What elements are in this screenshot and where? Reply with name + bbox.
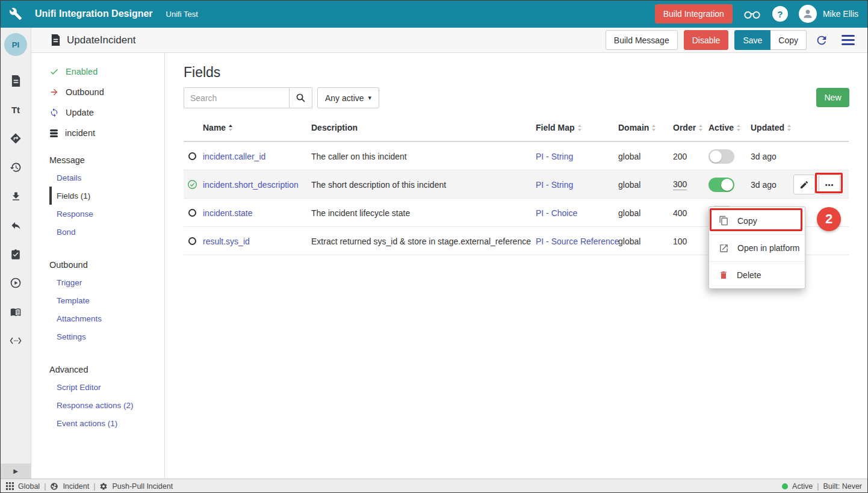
history-icon[interactable] [10, 161, 22, 173]
sidebar-item-event-actions[interactable]: Event actions (1) [49, 414, 164, 432]
field-description: Extract returned sys_id & store in stage… [311, 227, 531, 255]
integration-label[interactable]: Push-Pull Incident [112, 482, 173, 491]
document-icon[interactable] [10, 75, 22, 87]
sidebar-item-outbound[interactable]: Outbound [49, 82, 164, 102]
build-integration-button[interactable]: Build Integration [655, 4, 733, 23]
new-button[interactable]: New [816, 88, 849, 107]
field-map-link[interactable]: PI - Choice [536, 199, 577, 227]
annotation-step-badge: 2 [817, 207, 841, 231]
sort-icon [698, 124, 703, 132]
field-domain: global [618, 170, 640, 199]
build-message-button[interactable]: Build Message [606, 30, 678, 50]
column-header-active[interactable]: Active [708, 123, 741, 132]
sidebar-item-enabled[interactable]: Enabled [49, 61, 164, 82]
sidebar-item-bond[interactable]: Bond [49, 223, 164, 241]
sidebar-item-script-editor[interactable]: Script Editor [49, 378, 164, 396]
integration-avatar[interactable]: PI [4, 33, 27, 56]
field-map-link[interactable]: PI - String [536, 170, 573, 199]
gear-icon [99, 482, 108, 491]
sidebar-collapse-button[interactable]: ▶ [0, 464, 31, 479]
sidebar-item-attachments[interactable]: Attachments [49, 309, 164, 327]
column-header-name[interactable]: Name [203, 123, 233, 132]
status-circle-icon [188, 152, 196, 160]
application-label[interactable]: Incident [63, 482, 89, 491]
status-bar: Global | Incident | Push-Pull Incident A… [0, 479, 868, 493]
table-header: Name Description Field Map Domain Order … [184, 118, 849, 142]
page-title: UpdateIncident [67, 34, 135, 46]
reply-icon[interactable] [10, 219, 22, 231]
database-icon [49, 129, 58, 138]
field-name-link[interactable]: incident.caller_id [203, 142, 265, 170]
user-name[interactable]: Mike Ellis [823, 9, 858, 19]
task-check-icon[interactable] [10, 248, 22, 260]
pencil-icon [799, 180, 809, 190]
book-icon[interactable] [10, 306, 22, 318]
context-menu-copy[interactable]: Copy [709, 207, 805, 234]
sidebar-item-response-actions[interactable]: Response actions (2) [49, 396, 164, 414]
search-button[interactable] [290, 87, 312, 108]
sidebar-item-settings[interactable]: Settings [49, 327, 164, 346]
active-toggle[interactable] [708, 149, 734, 164]
active-status-label: Active [792, 482, 813, 491]
row-more-button[interactable]: ••• [819, 175, 840, 194]
application-icon [50, 482, 58, 491]
field-order-editable[interactable]: 300 [673, 179, 687, 190]
menu-icon[interactable] [842, 35, 855, 45]
active-filter-dropdown[interactable]: Any active ▾ [317, 87, 379, 108]
environment-label[interactable]: Unifi Test [166, 10, 198, 19]
sidebar-item-trigger[interactable]: Trigger [49, 273, 164, 291]
edit-row-button[interactable] [793, 175, 815, 194]
status-circle-icon [188, 209, 196, 217]
play-circle-icon[interactable] [10, 277, 22, 289]
sidebar-item-template[interactable]: Template [49, 291, 164, 309]
column-header-description[interactable]: Description [311, 123, 358, 132]
sort-asc-icon [228, 124, 233, 132]
refresh-icon[interactable] [813, 31, 831, 49]
section-title-message: Message [49, 148, 164, 169]
sidebar-item-response[interactable]: Response [49, 205, 164, 223]
help-icon[interactable]: ? [772, 6, 788, 22]
context-menu-open-in-platform[interactable]: Open in platform [709, 234, 805, 261]
field-domain: global [618, 142, 640, 170]
copy-button[interactable]: Copy [770, 30, 807, 50]
field-map-link[interactable]: PI - String [536, 142, 573, 170]
download-icon[interactable] [10, 190, 22, 202]
arrow-right-icon [49, 87, 59, 97]
column-header-domain[interactable]: Domain [618, 123, 656, 132]
app-title: Unifi Integration Designer [35, 8, 153, 19]
preview-glasses-icon[interactable] [743, 8, 761, 20]
sidebar-item-update[interactable]: Update [49, 102, 164, 123]
user-avatar[interactable] [799, 5, 817, 23]
field-name-link[interactable]: incident.short_description [203, 170, 299, 199]
context-menu-delete[interactable]: Delete [709, 261, 805, 288]
status-circle-icon [188, 237, 196, 245]
directions-icon[interactable] [10, 132, 22, 144]
save-button[interactable]: Save [734, 30, 770, 50]
open-in-new-icon [719, 243, 729, 253]
column-header-order[interactable]: Order [673, 123, 703, 132]
table-row[interactable]: incident.caller_id The caller on this in… [184, 142, 849, 170]
sidebar-item-details[interactable]: Details [49, 169, 164, 187]
search-input[interactable] [184, 87, 290, 108]
sync-icon [49, 108, 59, 117]
scope-label[interactable]: Global [18, 482, 40, 491]
field-map-link[interactable]: PI - Source Reference [536, 227, 619, 255]
table-row[interactable]: incident.short_description The short des… [184, 170, 849, 199]
sort-icon [736, 124, 741, 132]
sidebar-item-fields[interactable]: Fields (1) [49, 187, 164, 205]
code-icon[interactable] [10, 335, 22, 347]
field-name-link[interactable]: result.sys_id [203, 227, 250, 255]
column-header-updated[interactable]: Updated [751, 123, 792, 132]
sort-icon [577, 124, 582, 132]
active-toggle[interactable] [708, 178, 734, 192]
field-order: 100 [673, 227, 687, 255]
section-title-advanced: Advanced [49, 358, 164, 378]
document-icon [51, 34, 61, 46]
sidebar: Enabled Outbound Update incident Message… [31, 53, 165, 479]
sidebar-item-incident[interactable]: incident [49, 123, 164, 143]
field-name-link[interactable]: incident.state [203, 199, 253, 227]
field-domain: global [618, 227, 640, 255]
disable-button[interactable]: Disable [684, 30, 729, 50]
column-header-field-map[interactable]: Field Map [536, 123, 582, 132]
text-fields-icon[interactable]: Tt [10, 104, 22, 116]
